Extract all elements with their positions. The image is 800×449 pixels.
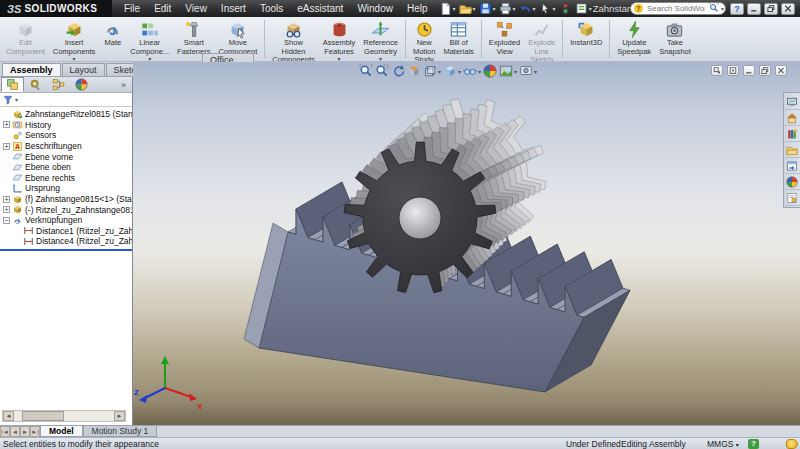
apply-scene-button[interactable]: ▾ bbox=[499, 64, 517, 78]
tree-item[interactable]: Distance4 (Ritzel_zu_Zah bbox=[0, 236, 132, 247]
doc-tab-model[interactable]: Model bbox=[40, 426, 83, 437]
menu-insert[interactable]: Insert bbox=[215, 1, 252, 16]
qat-options-list-button[interactable]: ▾ bbox=[574, 1, 593, 16]
tree-item[interactable]: Ebene vorne bbox=[0, 151, 132, 162]
toolbox-library-tab[interactable] bbox=[785, 126, 800, 142]
file-explorer-tab[interactable] bbox=[785, 142, 800, 158]
zoom-fit-button[interactable] bbox=[359, 64, 373, 78]
hide-show-items-button[interactable]: ▾ bbox=[463, 64, 481, 78]
previous-view-button[interactable] bbox=[391, 64, 405, 78]
doc-tab-motion-study-1[interactable]: Motion Study 1 bbox=[83, 426, 158, 437]
tree-item[interactable]: Ebene oben bbox=[0, 162, 132, 173]
show-hidden-button[interactable]: ShowHiddenComponents bbox=[269, 19, 318, 62]
view-palette-tab[interactable] bbox=[785, 158, 800, 174]
minimize-button[interactable] bbox=[747, 3, 761, 15]
expand-toggle[interactable]: + bbox=[3, 143, 10, 150]
gear-bore-hole[interactable] bbox=[399, 197, 441, 239]
edit-appearance-button[interactable] bbox=[483, 64, 497, 78]
tree-item[interactable]: +ABeschriftungen bbox=[0, 141, 132, 152]
mate-button[interactable]: Mate bbox=[100, 19, 125, 49]
mdi-tile-button[interactable] bbox=[727, 65, 739, 76]
scrollbar-thumb[interactable] bbox=[22, 411, 64, 421]
mdi-restore-button[interactable] bbox=[759, 65, 771, 76]
tab-nav-next[interactable]: ► bbox=[20, 426, 30, 437]
search-input[interactable] bbox=[645, 3, 707, 14]
view-settings-button[interactable]: ▾ bbox=[519, 64, 537, 78]
assembly-features-button[interactable]: AssemblyFeatures▾ bbox=[320, 19, 359, 62]
close-button[interactable] bbox=[781, 3, 795, 15]
menu-edit[interactable]: Edit bbox=[148, 1, 177, 16]
expand-toggle[interactable]: + bbox=[3, 196, 10, 203]
view-orientation-button[interactable]: ▾ bbox=[423, 64, 441, 78]
search-dropdown-icon[interactable]: ▾ bbox=[721, 5, 724, 12]
tree-item[interactable]: +(-) Ritzel_zu_Zahnstange081 bbox=[0, 204, 132, 215]
appearances-scenes-tab[interactable] bbox=[785, 174, 800, 190]
tree-item[interactable]: ZahnstangeRitzel0815 (Standar bbox=[0, 109, 132, 120]
tree-item[interactable]: +(f) Zahnstange0815<1> (Sta bbox=[0, 194, 132, 205]
menu-eassistant[interactable]: eAssistant bbox=[291, 1, 349, 16]
expand-toggle[interactable]: − bbox=[3, 217, 10, 224]
qat-save-button[interactable]: ▾ bbox=[478, 1, 497, 16]
restore-button[interactable] bbox=[764, 3, 778, 15]
qat-rebuild-traffic-light-button[interactable] bbox=[558, 1, 573, 16]
filter-dropdown-icon[interactable]: ▾ bbox=[15, 96, 18, 103]
tab-nav-first[interactable]: |◄ bbox=[0, 426, 10, 437]
instant3d-button[interactable]: Instant3D bbox=[567, 19, 605, 49]
tag-icon[interactable] bbox=[786, 439, 798, 449]
tab-assembly[interactable]: Assembly bbox=[2, 63, 61, 76]
qat-undo-button[interactable]: ▾ bbox=[518, 1, 537, 16]
configurationmanager-tab[interactable] bbox=[47, 77, 70, 92]
mdi-cascade-button[interactable] bbox=[711, 65, 723, 76]
expand-toggle[interactable]: + bbox=[3, 121, 10, 128]
linear-pattern-button[interactable]: LinearCompone...▾ bbox=[127, 19, 172, 62]
tab-layout[interactable]: Layout bbox=[62, 63, 105, 76]
displaymanager-tab[interactable] bbox=[70, 77, 93, 92]
smart-fasteners-button[interactable]: SmartFasteners bbox=[174, 19, 213, 57]
bom-button[interactable]: Bill ofMaterials bbox=[440, 19, 476, 57]
solidworks-resources-tab[interactable] bbox=[785, 94, 800, 110]
reference-geometry-button[interactable]: ReferenceGeometry▾ bbox=[360, 19, 401, 62]
rollback-bar[interactable] bbox=[0, 249, 132, 251]
tree-item[interactable]: Distance1 (Ritzel_zu_Zah bbox=[0, 226, 132, 237]
menu-help[interactable]: Help bbox=[401, 1, 434, 16]
display-style-button[interactable]: ▾ bbox=[443, 64, 461, 78]
mdi-close-button[interactable] bbox=[775, 65, 787, 76]
units-selector[interactable]: MMGS ▾ bbox=[707, 439, 739, 449]
panel-overflow-chevron[interactable]: » bbox=[121, 80, 126, 90]
search-magnifier-icon[interactable] bbox=[709, 3, 719, 15]
section-view-button[interactable] bbox=[407, 64, 421, 78]
speedpak-button[interactable]: UpdateSpeedpak bbox=[614, 19, 654, 57]
snapshot-button[interactable]: TakeSnapshot bbox=[656, 19, 694, 57]
menu-file[interactable]: File bbox=[118, 1, 146, 16]
tree-item[interactable]: −Verknüpfungen bbox=[0, 215, 132, 226]
custom-properties-tab[interactable] bbox=[785, 190, 800, 206]
qat-new-doc-button[interactable]: ▾ bbox=[438, 1, 457, 16]
filter-funnel-icon[interactable] bbox=[3, 91, 13, 109]
propertymanager-tab[interactable] bbox=[24, 77, 47, 92]
scroll-right-arrow[interactable]: ► bbox=[114, 411, 125, 421]
mdi-minimize-button[interactable] bbox=[743, 65, 755, 76]
qat-select-cursor-button[interactable]: ▾ bbox=[538, 1, 557, 16]
design-library-tab[interactable] bbox=[785, 110, 800, 126]
insert-components-button[interactable]: InsertComponents▾ bbox=[50, 19, 99, 62]
quick-tips-icon[interactable]: ? bbox=[748, 439, 759, 449]
menu-window[interactable]: Window bbox=[351, 1, 399, 16]
graphics-viewport[interactable]: ZX ▾▾▾▾▾ bbox=[133, 62, 800, 425]
panel-horizontal-scrollbar[interactable]: ◄ ► bbox=[2, 410, 126, 422]
tree-item[interactable]: Ebene rechts bbox=[0, 173, 132, 184]
qat-open-folder-button[interactable]: ▾ bbox=[458, 1, 477, 16]
tree-item[interactable]: +History bbox=[0, 120, 132, 131]
tree-item[interactable]: Sensors bbox=[0, 130, 132, 141]
help-button[interactable]: ? bbox=[730, 3, 744, 15]
zoom-area-button[interactable] bbox=[375, 64, 389, 78]
tab-nav-last[interactable]: ►| bbox=[30, 426, 40, 437]
motion-study-button[interactable]: NewMotionStudy bbox=[410, 19, 439, 62]
help-search-box[interactable]: ? ▾ bbox=[630, 2, 726, 15]
exploded-view-button[interactable]: ExplodedView bbox=[486, 19, 523, 57]
scroll-left-arrow[interactable]: ◄ bbox=[3, 411, 14, 421]
menu-tools[interactable]: Tools bbox=[254, 1, 289, 16]
expand-toggle[interactable]: + bbox=[3, 206, 10, 213]
menu-view[interactable]: View bbox=[179, 1, 213, 16]
tree-filter-row[interactable]: ▾ bbox=[0, 93, 132, 107]
tab-nav-prev[interactable]: ◄ bbox=[10, 426, 20, 437]
